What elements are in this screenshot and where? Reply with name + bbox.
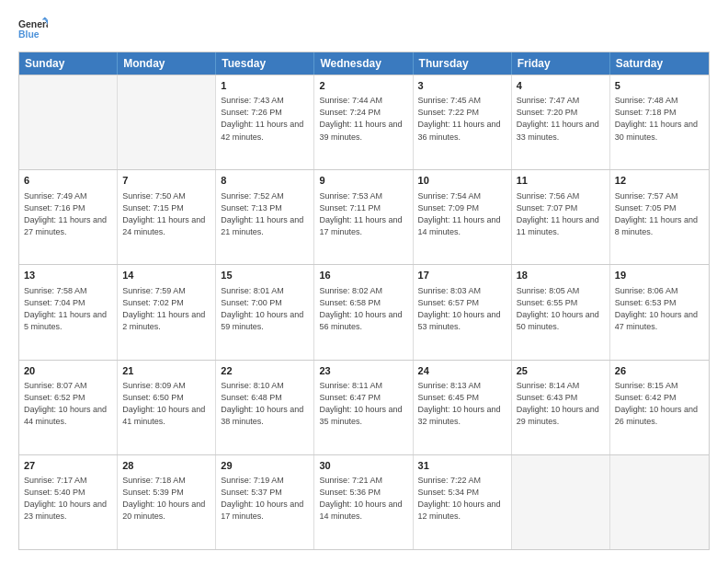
day-cell-4: 4Sunrise: 7:47 AMSunset: 7:20 PMDaylight… [512, 75, 610, 169]
day-cell-9: 9Sunrise: 7:53 AMSunset: 7:11 PMDaylight… [314, 170, 413, 264]
day-header-monday: Monday [118, 52, 216, 75]
calendar-body: 1Sunrise: 7:43 AMSunset: 7:26 PMDaylight… [19, 75, 709, 549]
week-row-5: 27Sunrise: 7:17 AMSunset: 5:40 PMDayligh… [19, 454, 709, 549]
day-header-thursday: Thursday [414, 52, 512, 75]
sun-info: Sunrise: 7:48 AMSunset: 7:18 PMDaylight:… [615, 95, 704, 143]
day-number: 23 [319, 364, 407, 378]
sun-info: Sunrise: 8:02 AMSunset: 6:58 PMDaylight:… [319, 285, 407, 333]
sun-info: Sunrise: 8:15 AMSunset: 6:42 PMDaylight:… [615, 380, 704, 428]
day-number: 1 [221, 79, 309, 93]
day-number: 4 [517, 79, 605, 93]
header: General Blue [18, 17, 710, 42]
day-cell-11: 11Sunrise: 7:56 AMSunset: 7:07 PMDayligh… [512, 170, 610, 264]
day-number: 10 [418, 174, 506, 188]
day-number: 26 [615, 364, 704, 378]
day-cell-10: 10Sunrise: 7:54 AMSunset: 7:09 PMDayligh… [414, 170, 512, 264]
day-number: 2 [319, 79, 407, 93]
day-cell-24: 24Sunrise: 8:13 AMSunset: 6:45 PMDayligh… [414, 361, 512, 454]
sun-info: Sunrise: 8:09 AMSunset: 6:50 PMDaylight:… [122, 380, 210, 428]
day-number: 28 [122, 459, 210, 473]
day-cell-30: 30Sunrise: 7:21 AMSunset: 5:36 PMDayligh… [314, 455, 413, 549]
day-number: 25 [517, 364, 605, 378]
day-cell-23: 23Sunrise: 8:11 AMSunset: 6:47 PMDayligh… [314, 361, 413, 454]
day-number: 11 [517, 174, 605, 188]
week-row-2: 6Sunrise: 7:49 AMSunset: 7:16 PMDaylight… [19, 169, 709, 264]
day-cell-21: 21Sunrise: 8:09 AMSunset: 6:50 PMDayligh… [118, 361, 216, 454]
day-number: 8 [221, 174, 309, 188]
day-cell-25: 25Sunrise: 8:14 AMSunset: 6:43 PMDayligh… [512, 361, 610, 454]
day-cell-2: 2Sunrise: 7:44 AMSunset: 7:24 PMDaylight… [314, 75, 413, 169]
day-number: 19 [615, 269, 704, 282]
day-cell-29: 29Sunrise: 7:19 AMSunset: 5:37 PMDayligh… [216, 455, 314, 549]
sun-info: Sunrise: 7:21 AMSunset: 5:36 PMDaylight:… [319, 475, 407, 523]
day-cell-20: 20Sunrise: 8:07 AMSunset: 6:52 PMDayligh… [19, 361, 118, 454]
day-number: 13 [24, 269, 112, 282]
day-number: 9 [319, 174, 407, 188]
sun-info: Sunrise: 8:10 AMSunset: 6:48 PMDaylight:… [221, 380, 309, 428]
day-cell-16: 16Sunrise: 8:02 AMSunset: 6:58 PMDayligh… [314, 265, 413, 359]
sun-info: Sunrise: 7:57 AMSunset: 7:05 PMDaylight:… [615, 190, 704, 238]
day-number: 18 [517, 269, 605, 282]
sun-info: Sunrise: 8:07 AMSunset: 6:52 PMDaylight:… [24, 380, 112, 428]
day-number: 14 [122, 269, 210, 282]
sun-info: Sunrise: 7:44 AMSunset: 7:24 PMDaylight:… [319, 95, 407, 143]
day-number: 17 [418, 269, 506, 282]
calendar-header: SundayMondayTuesdayWednesdayThursdayFrid… [19, 52, 709, 75]
day-cell-1: 1Sunrise: 7:43 AMSunset: 7:26 PMDaylight… [216, 75, 314, 169]
day-number: 16 [319, 269, 407, 282]
day-number: 15 [221, 269, 309, 282]
sun-info: Sunrise: 8:14 AMSunset: 6:43 PMDaylight:… [517, 380, 605, 428]
sun-info: Sunrise: 8:01 AMSunset: 7:00 PMDaylight:… [221, 285, 309, 333]
day-cell-15: 15Sunrise: 8:01 AMSunset: 7:00 PMDayligh… [216, 265, 314, 359]
day-header-sunday: Sunday [19, 52, 118, 75]
sun-info: Sunrise: 7:18 AMSunset: 5:39 PMDaylight:… [122, 475, 210, 523]
day-header-tuesday: Tuesday [216, 52, 314, 75]
day-number: 3 [418, 79, 506, 93]
day-number: 5 [615, 79, 704, 93]
sun-info: Sunrise: 7:43 AMSunset: 7:26 PMDaylight:… [221, 95, 309, 143]
logo: General Blue [18, 17, 48, 42]
sun-info: Sunrise: 8:05 AMSunset: 6:55 PMDaylight:… [517, 285, 605, 333]
empty-cell [512, 455, 610, 549]
day-number: 6 [24, 174, 112, 188]
sun-info: Sunrise: 7:50 AMSunset: 7:15 PMDaylight:… [122, 190, 210, 238]
svg-text:Blue: Blue [18, 29, 40, 40]
sun-info: Sunrise: 8:06 AMSunset: 6:53 PMDaylight:… [615, 285, 704, 333]
day-cell-17: 17Sunrise: 8:03 AMSunset: 6:57 PMDayligh… [414, 265, 512, 359]
week-row-4: 20Sunrise: 8:07 AMSunset: 6:52 PMDayligh… [19, 360, 709, 454]
sun-info: Sunrise: 7:59 AMSunset: 7:02 PMDaylight:… [122, 285, 210, 333]
day-number: 22 [221, 364, 309, 378]
page: General Blue SundayMondayTuesdayWednesda… [0, 0, 728, 563]
day-cell-31: 31Sunrise: 7:22 AMSunset: 5:34 PMDayligh… [414, 455, 512, 549]
day-number: 21 [122, 364, 210, 378]
sun-info: Sunrise: 7:49 AMSunset: 7:16 PMDaylight:… [24, 190, 112, 238]
day-cell-22: 22Sunrise: 8:10 AMSunset: 6:48 PMDayligh… [216, 361, 314, 454]
day-header-friday: Friday [512, 52, 610, 75]
day-cell-27: 27Sunrise: 7:17 AMSunset: 5:40 PMDayligh… [19, 455, 118, 549]
sun-info: Sunrise: 8:13 AMSunset: 6:45 PMDaylight:… [418, 380, 506, 428]
day-number: 20 [24, 364, 112, 378]
calendar: SundayMondayTuesdayWednesdayThursdayFrid… [18, 52, 710, 550]
sun-info: Sunrise: 7:17 AMSunset: 5:40 PMDaylight:… [24, 475, 112, 523]
day-number: 24 [418, 364, 506, 378]
day-cell-7: 7Sunrise: 7:50 AMSunset: 7:15 PMDaylight… [118, 170, 216, 264]
empty-cell [610, 455, 709, 549]
logo-icon: General Blue [18, 17, 48, 42]
svg-text:General: General [18, 19, 48, 29]
week-row-3: 13Sunrise: 7:58 AMSunset: 7:04 PMDayligh… [19, 264, 709, 359]
day-number: 7 [122, 174, 210, 188]
day-header-wednesday: Wednesday [314, 52, 413, 75]
sun-info: Sunrise: 7:56 AMSunset: 7:07 PMDaylight:… [517, 190, 605, 238]
day-cell-13: 13Sunrise: 7:58 AMSunset: 7:04 PMDayligh… [19, 265, 118, 359]
day-number: 30 [319, 459, 407, 473]
day-number: 27 [24, 459, 112, 473]
sun-info: Sunrise: 7:58 AMSunset: 7:04 PMDaylight:… [24, 285, 112, 333]
day-number: 12 [615, 174, 704, 188]
week-row-1: 1Sunrise: 7:43 AMSunset: 7:26 PMDaylight… [19, 75, 709, 169]
day-cell-18: 18Sunrise: 8:05 AMSunset: 6:55 PMDayligh… [512, 265, 610, 359]
sun-info: Sunrise: 8:03 AMSunset: 6:57 PMDaylight:… [418, 285, 506, 333]
day-number: 31 [418, 459, 506, 473]
empty-cell [19, 75, 118, 169]
sun-info: Sunrise: 7:54 AMSunset: 7:09 PMDaylight:… [418, 190, 506, 238]
day-cell-3: 3Sunrise: 7:45 AMSunset: 7:22 PMDaylight… [414, 75, 512, 169]
